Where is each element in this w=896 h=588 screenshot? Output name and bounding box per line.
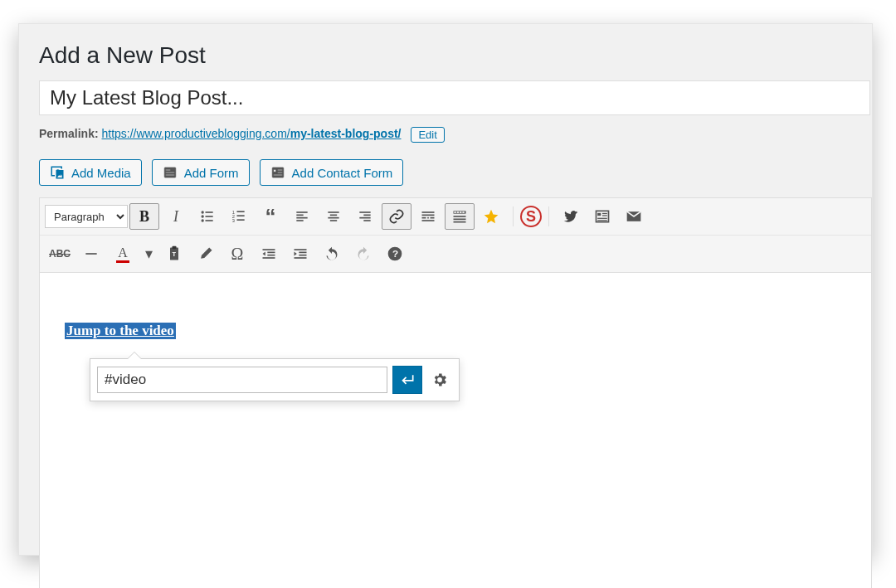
permalink-slug: my-latest-blog-post/ xyxy=(290,127,402,140)
align-center-button[interactable] xyxy=(319,203,348,230)
svg-text:?: ? xyxy=(392,248,398,259)
svg-rect-60 xyxy=(263,257,275,259)
link-apply-button[interactable] xyxy=(392,366,422,394)
svg-rect-35 xyxy=(422,217,426,219)
svg-rect-30 xyxy=(363,215,370,216)
blockquote-button[interactable]: “ xyxy=(256,203,285,230)
paste-text-button[interactable]: T xyxy=(159,241,189,267)
editor: Paragraph B I 123 “ S xyxy=(39,197,872,588)
svg-rect-3 xyxy=(165,174,174,176)
numbered-list-button[interactable]: 123 xyxy=(224,203,254,230)
bold-button[interactable]: B xyxy=(129,203,159,230)
media-button-row: Add Media Add Form Add Contact Form xyxy=(39,159,872,186)
help-button[interactable]: ? xyxy=(380,241,410,267)
link-settings-button[interactable] xyxy=(427,367,452,393)
editor-toolbar: Paragraph B I 123 “ S xyxy=(40,198,871,273)
clear-formatting-button[interactable] xyxy=(191,241,221,267)
format-select[interactable]: Paragraph xyxy=(45,205,128,228)
contact-form-icon xyxy=(270,165,285,180)
permalink-base: https://www.productiveblogging.com/ xyxy=(101,127,290,140)
svg-rect-61 xyxy=(295,249,307,250)
add-form-label: Add Form xyxy=(184,166,239,180)
toolbar-toggle-button[interactable] xyxy=(445,203,475,230)
add-media-button[interactable]: Add Media xyxy=(39,159,142,186)
indent-button[interactable] xyxy=(285,241,315,267)
bulleted-list-button[interactable] xyxy=(192,203,222,230)
enter-icon xyxy=(399,372,416,388)
svg-rect-55 xyxy=(173,246,177,249)
text-color-dropdown[interactable]: ▾ xyxy=(139,241,158,267)
twitter-button[interactable] xyxy=(556,203,586,230)
svg-rect-41 xyxy=(457,211,460,213)
svg-rect-34 xyxy=(422,215,435,216)
permalink-edit-button[interactable]: Edit xyxy=(411,127,444,143)
gear-icon xyxy=(431,372,448,388)
svg-rect-28 xyxy=(330,220,337,221)
toolbar-separator xyxy=(548,207,549,226)
permalink-link[interactable]: https://www.productiveblogging.com/my-la… xyxy=(101,127,401,140)
svg-rect-57 xyxy=(263,249,275,250)
envelope-button[interactable] xyxy=(619,203,649,230)
svg-rect-21 xyxy=(296,211,307,213)
svg-rect-59 xyxy=(267,255,275,256)
add-media-label: Add Media xyxy=(71,166,131,180)
svg-point-9 xyxy=(202,211,204,213)
toolbar-row-1: Paragraph B I 123 “ S xyxy=(40,198,871,235)
svg-rect-62 xyxy=(299,252,306,254)
svg-rect-37 xyxy=(431,217,435,219)
add-form-button[interactable]: Add Form xyxy=(152,159,250,186)
svg-rect-38 xyxy=(422,220,435,221)
svg-rect-10 xyxy=(206,211,213,213)
undo-button[interactable] xyxy=(317,241,347,267)
svg-rect-12 xyxy=(206,216,213,217)
svg-rect-20 xyxy=(237,219,245,221)
horizontal-rule-button[interactable] xyxy=(76,241,106,267)
svg-rect-40 xyxy=(454,211,456,213)
svg-rect-8 xyxy=(273,174,282,176)
svg-rect-27 xyxy=(328,217,338,219)
svg-rect-6 xyxy=(277,169,282,171)
svg-rect-51 xyxy=(597,218,607,219)
svg-rect-36 xyxy=(427,217,429,219)
svg-rect-26 xyxy=(330,215,337,216)
add-contact-form-button[interactable]: Add Contact Form xyxy=(260,159,404,186)
italic-button[interactable]: I xyxy=(161,203,191,230)
redo-button[interactable] xyxy=(348,241,378,267)
svg-point-11 xyxy=(202,215,204,217)
toolbar-row-2: ABC A ▾ T Ω ? xyxy=(40,235,871,272)
star-button[interactable] xyxy=(476,203,506,230)
svg-rect-31 xyxy=(359,217,370,219)
permalink-row: Permalink: https://www.productivebloggin… xyxy=(39,127,872,143)
svg-rect-52 xyxy=(597,220,607,221)
svg-rect-33 xyxy=(422,211,435,213)
svg-rect-50 xyxy=(602,215,607,216)
page-heading: Add a New Post xyxy=(39,42,872,69)
svg-point-13 xyxy=(202,219,204,221)
editor-panel: Add a New Post Permalink: https://www.pr… xyxy=(18,23,873,556)
link-url-input[interactable] xyxy=(97,367,387,393)
layout-button[interactable] xyxy=(587,203,617,230)
outdent-button[interactable] xyxy=(254,241,284,267)
post-title-input[interactable] xyxy=(39,80,870,115)
insert-more-button[interactable] xyxy=(413,203,443,230)
svg-rect-16 xyxy=(237,211,245,212)
svg-rect-29 xyxy=(359,211,370,213)
content-area[interactable]: Jump to the video xyxy=(40,273,871,588)
strikethrough-button[interactable]: ABC xyxy=(45,241,75,267)
align-right-button[interactable] xyxy=(350,203,380,230)
text-color-button[interactable]: A xyxy=(108,241,138,267)
svg-rect-53 xyxy=(85,253,96,255)
svg-rect-49 xyxy=(602,213,607,214)
media-icon xyxy=(50,165,65,180)
svg-rect-44 xyxy=(454,216,466,217)
svg-text:T: T xyxy=(173,250,177,258)
align-left-button[interactable] xyxy=(287,203,317,230)
svg-rect-58 xyxy=(267,252,275,254)
special-character-button[interactable]: Ω xyxy=(222,241,252,267)
svg-text:3: 3 xyxy=(232,218,235,223)
svg-rect-48 xyxy=(597,213,601,216)
plugin-s-button[interactable]: S xyxy=(520,206,542,227)
selected-link-text[interactable]: Jump to the video xyxy=(65,323,176,339)
svg-rect-45 xyxy=(454,219,466,221)
insert-link-button[interactable] xyxy=(382,203,411,230)
